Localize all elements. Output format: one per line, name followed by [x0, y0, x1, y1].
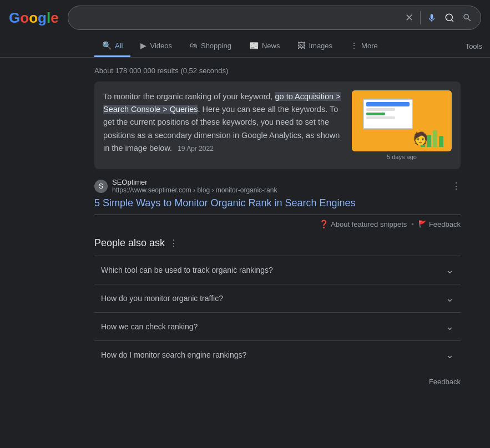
question-icon: ❓: [319, 220, 329, 228]
nav-item-shopping[interactable]: 🛍 Shopping: [182, 35, 239, 57]
paa-item-0[interactable]: Which tool can be used to track organic …: [94, 256, 461, 284]
source-name: SEOptimer: [112, 178, 447, 186]
images-icon: 🖼: [297, 41, 305, 50]
paa-item-3[interactable]: How do I monitor search engine rankings?…: [94, 340, 461, 369]
paa-chevron-3: ⌄: [446, 349, 454, 361]
nav-item-news[interactable]: 📰 News: [241, 35, 288, 57]
source-options-button[interactable]: ⋮: [452, 181, 461, 191]
videos-icon: ▶: [140, 41, 147, 50]
divider: [420, 11, 421, 24]
paa-chevron-2: ⌄: [446, 320, 454, 333]
paa-item-1[interactable]: How do you monitor organic traffic? ⌄: [94, 284, 461, 312]
bottom-feedback-button[interactable]: Feedback: [429, 378, 461, 386]
snippet-text-before: To monitor the organic ranking of your k…: [103, 92, 275, 101]
search-bar: how to monitor organic rankings ✕: [68, 6, 481, 30]
snippet-text-area: To monitor the organic ranking of your k…: [103, 90, 343, 155]
featured-snippet: To monitor the organic ranking of your k…: [94, 82, 461, 169]
snippet-text: To monitor the organic ranking of your k…: [103, 90, 343, 155]
snippet-date: 19 Apr 2022: [178, 145, 214, 152]
svg-point-0: [446, 14, 452, 21]
snippet-image-caption: 5 days ago: [387, 154, 417, 160]
nav-item-images[interactable]: 🖼 Images: [290, 35, 340, 57]
paa-chevron-1: ⌄: [446, 292, 454, 304]
search-input[interactable]: how to monitor organic rankings: [75, 13, 398, 23]
source-info: SEOptimer https://www.seoptimer.com › bl…: [112, 178, 447, 194]
clear-button[interactable]: ✕: [402, 11, 416, 24]
feedback-icon: 🚩: [418, 220, 427, 228]
paa-item-2[interactable]: How we can check ranking? ⌄: [94, 312, 461, 340]
search-button[interactable]: [461, 11, 474, 24]
about-featured-snippets-link[interactable]: ❓ About featured snippets: [319, 220, 407, 228]
source-row: S SEOptimer https://www.seoptimer.com › …: [94, 178, 461, 194]
snippet-footer: ❓ About featured snippets • 🚩 Feedback: [94, 215, 461, 228]
snippet-image-area: 🧑 5 days ago: [352, 90, 452, 160]
shopping-icon: 🛍: [190, 41, 198, 50]
tools-button[interactable]: Tools: [458, 37, 490, 56]
results-count: About 178 000 000 results (0,52 seconds): [94, 62, 477, 82]
snippet-feedback-link[interactable]: 🚩 Feedback: [418, 220, 461, 228]
bottom-feedback-area: Feedback: [94, 369, 461, 390]
all-icon: 🔍: [102, 41, 112, 50]
nav-item-videos[interactable]: ▶ Videos: [133, 35, 180, 57]
nav-bar: 🔍 All ▶ Videos 🛍 Shopping 📰 News 🖼 Image…: [0, 35, 490, 58]
results-area: About 178 000 000 results (0,52 seconds)…: [0, 58, 477, 390]
snippet-image: 🧑: [352, 90, 452, 151]
people-also-ask-section: People also ask ⋮ Which tool can be used…: [94, 237, 461, 369]
paa-chevron-0: ⌄: [446, 264, 454, 276]
paa-title: People also ask: [94, 237, 165, 249]
result-link[interactable]: 5 Simple Ways to Monitor Organic Rank in…: [94, 197, 461, 209]
header: Google how to monitor organic rankings ✕: [0, 0, 490, 35]
lens-button[interactable]: [443, 11, 456, 24]
nav-item-all[interactable]: 🔍 All: [94, 35, 130, 57]
google-logo: Google: [9, 9, 59, 27]
nav-item-more[interactable]: ⋮ More: [342, 35, 386, 57]
paa-header: People also ask ⋮: [94, 237, 461, 249]
svg-line-1: [451, 19, 453, 21]
mic-button[interactable]: [425, 11, 438, 24]
paa-options-button[interactable]: ⋮: [169, 238, 178, 248]
more-icon: ⋮: [350, 41, 358, 50]
source-url: https://www.seoptimer.com › blog › monit…: [112, 186, 447, 194]
footer-separator: •: [411, 220, 414, 228]
source-favicon: S: [94, 180, 108, 193]
news-icon: 📰: [249, 41, 259, 50]
